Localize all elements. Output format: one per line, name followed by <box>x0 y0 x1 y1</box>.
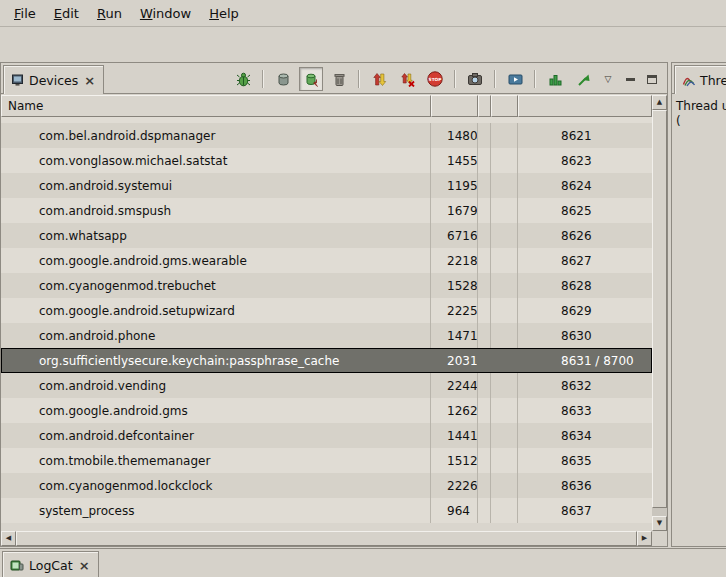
update-heap-button[interactable] <box>271 67 295 91</box>
dump-threads-button[interactable] <box>395 67 419 91</box>
process-port-cell: 8623 <box>518 148 652 173</box>
tab-threads[interactable]: Threads × <box>674 65 726 94</box>
scroll-up-button[interactable]: ▲ <box>652 95 667 110</box>
process-row[interactable]: org.sufficientlysecure.keychain:passphra… <box>1 348 652 373</box>
process-row[interactable]: com.android.defcontainer 14411 8634 <box>1 423 652 448</box>
process-name-cell: com.tmobile.thememanager <box>1 448 431 473</box>
close-icon[interactable]: × <box>83 74 96 87</box>
tab-logcat-label: LogCat <box>29 558 73 573</box>
close-icon[interactable]: × <box>78 559 91 572</box>
empty-cell <box>478 373 491 398</box>
profiling-bars-icon <box>548 72 563 87</box>
empty-cell <box>491 248 518 273</box>
process-row[interactable]: com.android.smspush 1679 8625 <box>1 198 652 223</box>
process-row[interactable]: com.vonglasow.michael.satstat 14553 8623 <box>1 148 652 173</box>
network-stats-button[interactable] <box>571 67 595 91</box>
empty-cell <box>478 398 491 423</box>
process-row[interactable]: com.whatsapp 6716 8626 <box>1 223 652 248</box>
scroll-down-icon: ▼ <box>657 520 662 527</box>
menu-run[interactable]: Run <box>88 2 131 25</box>
debug-process-button[interactable] <box>231 67 255 91</box>
column-header-3[interactable] <box>478 95 491 117</box>
process-pid-cell: 1195 <box>431 173 478 198</box>
minimize-button[interactable] <box>621 69 639 89</box>
process-pid-cell: 14553 <box>431 148 478 173</box>
empty-cell <box>491 348 518 373</box>
process-row[interactable]: system_process 964 8637 <box>1 498 652 523</box>
process-pid-cell: 20311 <box>431 348 478 373</box>
menubar: File Edit Run Window Help <box>0 0 726 27</box>
process-row[interactable]: com.cyanogenmod.trebuchet 1528 8628 <box>1 273 652 298</box>
threads-view: Threads × Thread up ( <box>671 62 726 547</box>
cause-gc-button[interactable] <box>327 67 351 91</box>
process-name-cell: com.google.android.gms.wearable <box>1 248 431 273</box>
toolbar-separator <box>534 70 536 88</box>
process-row[interactable]: com.cyanogenmod.lockclock 22265 8636 <box>1 473 652 498</box>
stop-process-button[interactable]: STOP <box>423 67 447 91</box>
horizontal-scrollbar[interactable]: ◀ ▶ <box>1 531 652 546</box>
process-port-cell: 8630 <box>518 323 652 348</box>
screen-record-button[interactable] <box>503 67 527 91</box>
camera-icon <box>467 71 483 87</box>
process-row[interactable]: com.google.android.setupwizard 22250 862… <box>1 298 652 323</box>
update-threads-icon <box>372 72 387 87</box>
column-header-pid[interactable] <box>431 95 478 117</box>
scroll-left-icon: ◀ <box>6 535 11 542</box>
scroll-up-icon: ▲ <box>657 99 662 106</box>
menu-help[interactable]: Help <box>200 2 248 25</box>
process-row[interactable]: com.tmobile.thememanager 1512 8635 <box>1 448 652 473</box>
maximize-icon <box>647 75 657 84</box>
scroll-right-button[interactable]: ▶ <box>637 531 652 546</box>
scroll-left-button[interactable]: ◀ <box>1 531 16 546</box>
view-menu-button[interactable]: ▽ <box>599 69 617 89</box>
process-name-cell: com.cyanogenmod.trebuchet <box>1 273 431 298</box>
column-header-port[interactable] <box>518 95 652 117</box>
vertical-scrollbar[interactable]: ▲ ▼ <box>652 95 667 531</box>
heap-dump-icon <box>304 72 319 87</box>
process-row[interactable]: com.android.systemui 1195 8624 <box>1 173 652 198</box>
process-port-cell: 8632 <box>518 373 652 398</box>
process-row[interactable]: com.android.vending 22440 8632 <box>1 373 652 398</box>
tab-logcat[interactable]: LogCat × <box>2 551 99 577</box>
process-pid-cell: 1471 <box>431 323 478 348</box>
minimize-icon <box>626 78 635 81</box>
threads-message-line2: ( <box>676 114 722 129</box>
menu-edit[interactable]: Edit <box>45 2 88 25</box>
logcat-strip: LogCat × <box>0 548 726 577</box>
main-toolbar-empty <box>0 27 726 62</box>
dump-hprof-button[interactable] <box>299 67 323 91</box>
process-pid-cell: 1679 <box>431 198 478 223</box>
toolbar-separator <box>494 70 496 88</box>
update-threads-button[interactable] <box>367 67 391 91</box>
process-name-cell: com.bel.android.dspmanager <box>1 123 431 148</box>
screen-capture-button[interactable] <box>463 67 487 91</box>
scroll-down-button[interactable]: ▼ <box>652 516 667 531</box>
column-header-4[interactable] <box>491 95 518 117</box>
empty-cell <box>478 323 491 348</box>
horizontal-scroll-thumb[interactable] <box>16 531 637 546</box>
process-name-cell: system_process <box>1 498 431 523</box>
devices-tab-strip: Devices × <box>1 63 667 94</box>
column-header-name[interactable]: Name <box>1 95 431 117</box>
process-pid-cell: 14411 <box>431 423 478 448</box>
start-profiling-button[interactable] <box>543 67 567 91</box>
empty-cell <box>491 223 518 248</box>
tab-devices[interactable]: Devices × <box>3 65 104 94</box>
process-row[interactable]: com.bel.android.dspmanager 1480 8621 <box>1 123 652 148</box>
menu-file[interactable]: File <box>5 2 45 25</box>
menu-window[interactable]: Window <box>131 2 200 25</box>
empty-cell <box>491 148 518 173</box>
process-row[interactable]: com.android.phone 1471 8630 <box>1 323 652 348</box>
threads-tab-strip: Threads × <box>672 63 726 94</box>
process-pid-cell: 22265 <box>431 473 478 498</box>
empty-cell <box>491 373 518 398</box>
menu-file-label: File <box>14 6 36 21</box>
dump-threads-icon <box>400 72 415 87</box>
process-row[interactable]: com.google.android.gms.wearable 22185 86… <box>1 248 652 273</box>
empty-cell <box>478 423 491 448</box>
bug-icon <box>236 72 251 87</box>
process-row[interactable]: com.google.android.gms 12623 8633 <box>1 398 652 423</box>
stop-icon: STOP <box>427 71 443 87</box>
vertical-scroll-thumb[interactable] <box>652 110 667 508</box>
maximize-button[interactable] <box>643 69 661 89</box>
